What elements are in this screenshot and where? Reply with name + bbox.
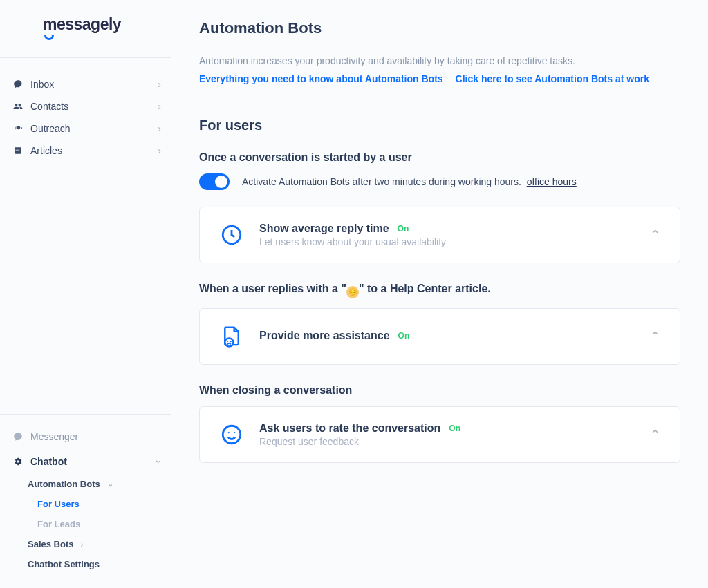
sidebar-label: Contacts — [30, 101, 68, 112]
nav-sub-for-users[interactable]: For Users — [37, 494, 171, 514]
megaphone-icon — [12, 123, 24, 134]
nav-sub-label: Automation Bots — [28, 479, 100, 489]
nav-sub-automation-bots[interactable]: Automation Bots ⌄ — [28, 474, 171, 494]
page-desc: Automation increases your productivity a… — [199, 55, 680, 66]
chevron-right-icon: › — [158, 79, 161, 90]
sidebar-item-inbox[interactable]: Inbox › — [0, 73, 171, 95]
office-hours-link[interactable]: office hours — [527, 176, 577, 187]
toggle-label: Activate Automation Bots after two minut… — [242, 176, 577, 187]
svg-point-6 — [234, 432, 235, 433]
messenger-icon — [12, 431, 24, 442]
chevron-right-icon: › — [158, 123, 161, 134]
svg-point-3 — [230, 341, 232, 342]
sidebar-label: Articles — [30, 145, 62, 156]
sad-face-icon: 😔 — [346, 286, 359, 298]
chevron-right-icon: › — [158, 101, 161, 112]
logo-text: messagely — [43, 15, 121, 34]
chevron-down-icon: › — [154, 460, 165, 464]
smile-icon — [219, 422, 244, 447]
nav-bottom: Messenger Chatbot › Automation Bots ⌄ — [0, 414, 171, 588]
chevron-right-icon: › — [80, 540, 83, 549]
help-link-docs[interactable]: Everything you need to know about Automa… — [199, 73, 443, 84]
sidebar: messagely Inbox › — [0, 0, 171, 588]
card-more-assistance[interactable]: Provide more assistance On ⌃ — [199, 308, 680, 365]
nav-sub-label: For Users — [37, 499, 80, 509]
nav-sub-label: Chatbot Settings — [28, 559, 100, 569]
help-link-demo[interactable]: Click here to see Automation Bots at wor… — [456, 73, 649, 84]
subsection-prefix: When a user replies with a " — [199, 283, 346, 294]
main-content: Automation Bots Automation increases you… — [171, 0, 708, 588]
gear-icon — [12, 456, 24, 467]
nav-sub-chatbot-settings[interactable]: Chatbot Settings — [28, 554, 171, 574]
nav-sub-sub-automation: For Users For Leads — [28, 494, 171, 534]
toggle-activate-bots[interactable] — [199, 173, 230, 190]
chevron-up-icon: ⌃ — [650, 227, 660, 243]
clock-icon — [219, 222, 244, 247]
status-badge: On — [449, 424, 460, 433]
section-header-for-users: For users — [199, 117, 680, 133]
sidebar-label: Chatbot — [30, 456, 67, 467]
svg-point-2 — [227, 341, 228, 342]
subsection-suffix: " to a Help Center article. — [359, 283, 491, 294]
nav-sub-label: For Leads — [37, 519, 80, 529]
sidebar-label: Messenger — [30, 431, 78, 442]
nav-sub-chatbot: Automation Bots ⌄ For Users For Leads Sa… — [0, 474, 171, 574]
subsection-conversation-started: Once a conversation is started by a user — [199, 151, 680, 164]
svg-point-1 — [225, 338, 233, 346]
card-subtitle: Let users know about your usual availabi… — [259, 236, 635, 247]
card-rate-conversation[interactable]: Ask users to rate the conversation On Re… — [199, 406, 680, 463]
card-title: Provide more assistance — [259, 330, 390, 342]
people-icon — [12, 101, 24, 112]
sidebar-label: Inbox — [30, 79, 54, 90]
nav-top: Inbox › Contacts › Outreach — [0, 58, 171, 162]
logo-area: messagely — [0, 0, 171, 58]
toggle-row-activate-bots: Activate Automation Bots after two minut… — [199, 173, 680, 190]
nav-sub-for-leads[interactable]: For Leads — [37, 514, 171, 534]
sidebar-item-articles[interactable]: Articles › — [0, 140, 171, 162]
status-badge: On — [398, 331, 410, 341]
chevron-right-icon: › — [158, 145, 161, 156]
help-links: Everything you need to know about Automa… — [199, 73, 680, 84]
chat-icon — [12, 79, 24, 90]
logo[interactable]: messagely — [43, 15, 121, 34]
nav-sub-label: Sales Bots — [28, 539, 73, 549]
subsection-closing-conversation: When closing a conversation — [199, 384, 680, 397]
card-title: Ask users to rate the conversation — [259, 422, 440, 435]
card-title: Show average reply time — [259, 222, 389, 235]
page-title: Automation Bots — [199, 19, 680, 37]
sidebar-item-messenger[interactable]: Messenger — [0, 424, 171, 449]
logo-smile-icon — [44, 35, 54, 40]
status-badge: On — [398, 224, 409, 234]
toggle-text: Activate Automation Bots after two minut… — [242, 176, 521, 187]
svg-point-5 — [228, 432, 230, 433]
sidebar-label: Outreach — [30, 123, 71, 134]
subsection-help-center-reply: When a user replies with a "😔" to a Help… — [199, 283, 680, 298]
card-reply-time[interactable]: Show average reply time On Let users kno… — [199, 207, 680, 263]
sidebar-item-contacts[interactable]: Contacts › — [0, 95, 171, 117]
chevron-up-icon: ⌃ — [650, 329, 660, 344]
document-sad-icon — [219, 324, 244, 349]
card-subtitle: Request user feedback — [259, 436, 635, 447]
book-icon — [12, 145, 24, 156]
sidebar-item-chatbot[interactable]: Chatbot › — [0, 449, 171, 474]
nav-sub-sales-bots[interactable]: Sales Bots › — [28, 534, 171, 554]
svg-point-4 — [223, 426, 241, 444]
sidebar-item-outreach[interactable]: Outreach › — [0, 117, 171, 140]
chevron-down-icon: ⌄ — [107, 480, 113, 489]
chevron-up-icon: ⌃ — [650, 427, 660, 442]
